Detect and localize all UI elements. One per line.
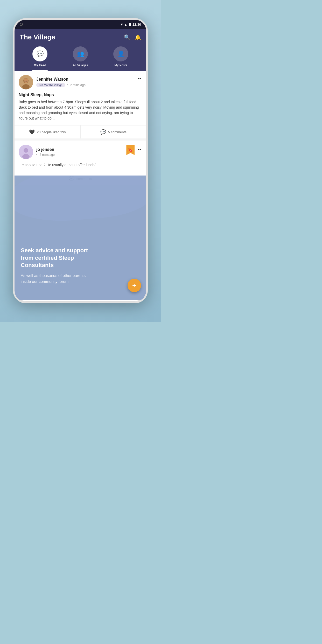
app-header: The Village 🔍 🔔 💬 My Feed 👥 All Villages bbox=[15, 29, 146, 71]
my-posts-label: My Posts bbox=[114, 64, 127, 67]
status-bar: 12:30 bbox=[15, 20, 146, 29]
status-bar-right: 12:30 bbox=[121, 22, 141, 26]
post-meta-row-2: • 2 mins ago bbox=[36, 153, 55, 157]
post-header-left-1: Jennifer Watson 0-3 Months Village • 2 m… bbox=[19, 75, 86, 89]
post-meta-2: jo jensen • 2 mins ago bbox=[36, 147, 55, 157]
post-meta-row-1: 0-3 Months Village • 2 mins ago bbox=[36, 83, 86, 87]
clock: 12:30 bbox=[132, 23, 141, 26]
phone-frame: 12:30 The Village 🔍 🔔 💬 My Feed 👥 bbox=[13, 18, 148, 303]
more-options-icon-1[interactable]: •• bbox=[137, 75, 142, 82]
svg-point-7 bbox=[24, 148, 28, 153]
svg-point-8 bbox=[22, 154, 30, 159]
avatar-2 bbox=[19, 145, 33, 159]
svg-point-3 bbox=[24, 78, 28, 83]
overlay-section: Seek advice and support from certified S… bbox=[15, 176, 146, 300]
overlay-wave bbox=[15, 176, 146, 226]
village-badge-1: 0-3 Months Village bbox=[36, 83, 65, 87]
overlay-heading: Seek advice and support from certified S… bbox=[21, 247, 94, 269]
comment-button-1[interactable]: 💬 5 comments bbox=[81, 125, 146, 138]
comments-text-1: 5 comments bbox=[108, 130, 127, 134]
status-bar-left bbox=[20, 23, 25, 26]
dot-separator-1: • bbox=[67, 83, 68, 87]
post-body-2: ...e should I be ? He usually d then I o… bbox=[15, 162, 146, 172]
post-actions-1: 🖤 20 people liked this 💬 5 comments bbox=[15, 125, 146, 138]
avatar-1 bbox=[19, 75, 33, 89]
search-icon[interactable]: 🔍 bbox=[124, 34, 130, 40]
overlay-subtext: As well as thousands of other parents in… bbox=[21, 273, 94, 284]
poster-name-2: jo jensen bbox=[36, 147, 55, 152]
avatar-svg-1 bbox=[19, 75, 33, 89]
post-meta-1: Jennifer Watson 0-3 Months Village • 2 m… bbox=[36, 77, 86, 87]
app-title: The Village bbox=[20, 33, 55, 41]
svg-point-2 bbox=[22, 84, 30, 89]
wifi-icon bbox=[121, 22, 123, 26]
likes-text-1: 20 people liked this bbox=[37, 130, 66, 134]
post-2-actions: 🔖 •• bbox=[126, 145, 142, 155]
post-body-1: Baby goes to bed between 7-8pm. Sleeps t… bbox=[15, 99, 146, 125]
tab-my-posts[interactable]: 👤 My Posts bbox=[101, 46, 141, 71]
my-posts-icon-wrapper: 👤 bbox=[113, 46, 128, 61]
all-villages-icon-wrapper: 👥 bbox=[73, 46, 88, 61]
comment-icon-1: 💬 bbox=[100, 129, 106, 135]
post-header-left-2: jo jensen • 2 mins ago bbox=[19, 145, 55, 159]
signal-icon bbox=[124, 23, 127, 26]
post-time-2: 2 mins ago bbox=[39, 153, 55, 157]
header-icons: 🔍 🔔 bbox=[124, 34, 141, 40]
heart-icon-1: 🖤 bbox=[29, 129, 35, 135]
battery-icon bbox=[129, 22, 131, 26]
like-button-1[interactable]: 🖤 20 people liked this bbox=[15, 125, 81, 138]
dot-separator-2: • bbox=[36, 153, 37, 157]
my-feed-icon-wrapper: 💬 bbox=[32, 46, 47, 61]
my-posts-icon: 👤 bbox=[117, 51, 124, 57]
tab-all-villages[interactable]: 👥 All Villages bbox=[60, 46, 101, 71]
post-title-1: Night Sleep, Naps bbox=[15, 93, 146, 99]
bookmark-icon-2[interactable]: 🔖 bbox=[126, 145, 135, 155]
bell-icon[interactable]: 🔔 bbox=[135, 34, 141, 40]
my-feed-icon: 💬 bbox=[37, 51, 44, 57]
tab-my-feed[interactable]: 💬 My Feed bbox=[20, 46, 60, 71]
post-header-2: jo jensen • 2 mins ago 🔖 •• bbox=[15, 141, 146, 162]
header-top: The Village 🔍 🔔 bbox=[20, 33, 141, 41]
nav-tabs: 💬 My Feed 👥 All Villages 👤 My Posts bbox=[20, 46, 141, 71]
post-time-1: 2 mins ago bbox=[70, 83, 86, 87]
content-area: Jennifer Watson 0-3 Months Village • 2 m… bbox=[15, 71, 146, 300]
overlay-content: Seek advice and support from certified S… bbox=[21, 247, 94, 284]
svg-point-4 bbox=[25, 80, 25, 81]
svg-point-5 bbox=[27, 80, 27, 81]
avatar-svg-2 bbox=[19, 145, 33, 159]
post-card-1: Jennifer Watson 0-3 Months Village • 2 m… bbox=[15, 71, 146, 138]
fab-button[interactable]: + bbox=[128, 279, 141, 292]
my-feed-label: My Feed bbox=[34, 64, 46, 67]
more-options-icon-2[interactable]: •• bbox=[137, 146, 142, 154]
poster-name-1: Jennifer Watson bbox=[36, 77, 86, 82]
post-header-1: Jennifer Watson 0-3 Months Village • 2 m… bbox=[15, 71, 146, 93]
all-villages-icon: 👥 bbox=[77, 51, 84, 57]
all-villages-label: All Villages bbox=[73, 64, 88, 67]
camera-indicator bbox=[20, 23, 23, 26]
